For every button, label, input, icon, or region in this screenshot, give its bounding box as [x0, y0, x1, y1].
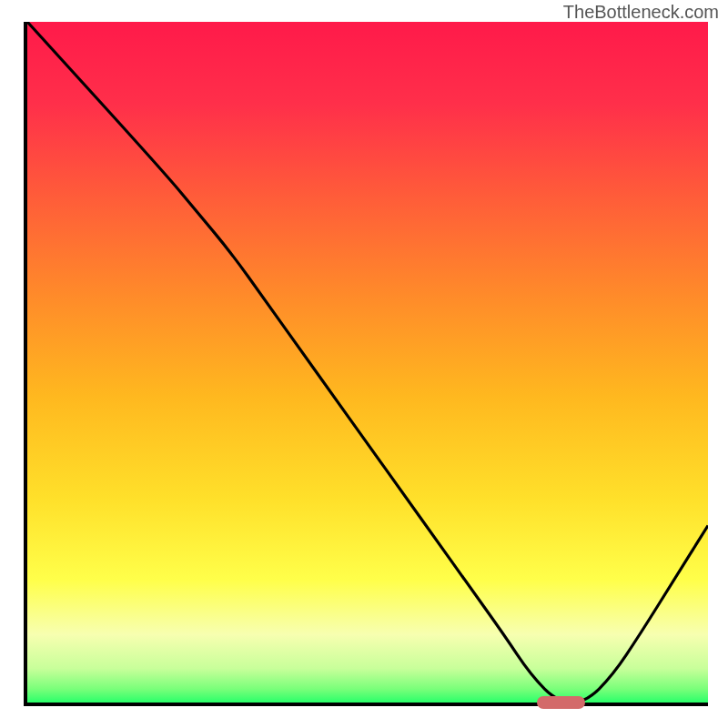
- optimal-range-marker: [537, 696, 585, 709]
- bottleneck-curve: [27, 22, 708, 703]
- watermark-text: TheBottleneck.com: [563, 2, 719, 23]
- chart-plot-area: [24, 22, 708, 706]
